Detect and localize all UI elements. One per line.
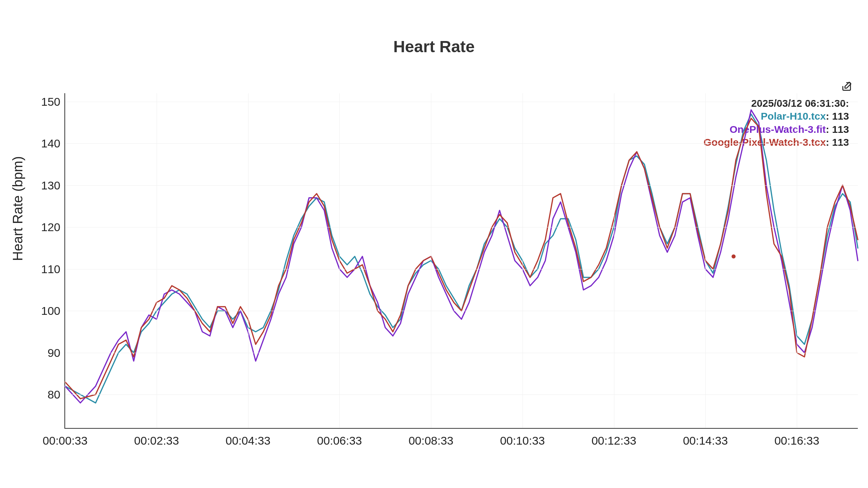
gridline-h [65, 311, 858, 311]
y-axis-label: Heart Rate (bpm) [10, 156, 25, 261]
y-tick-label: 150 [41, 95, 65, 108]
series-line [65, 110, 858, 403]
gridline-h [65, 143, 858, 144]
hover-marker [731, 254, 736, 259]
gridline-v [157, 93, 157, 428]
x-tick-label: 00:16:33 [774, 428, 819, 447]
x-tick-label: 00:00:33 [43, 428, 87, 447]
gridline-v [705, 93, 706, 428]
gridline-v [65, 93, 65, 428]
x-tick-label: 00:10:33 [500, 428, 545, 447]
gridline-v [431, 93, 431, 428]
y-tick-label: 80 [47, 388, 65, 401]
chart-title: Heart Rate [0, 37, 868, 56]
gridline-h [65, 394, 858, 395]
plot-area[interactable]: 809010011012013014015000:00:3300:02:3300… [64, 93, 858, 429]
gridline-h [65, 353, 858, 353]
x-tick-label: 00:14:33 [683, 428, 728, 447]
y-tick-label: 100 [41, 304, 65, 318]
gridline-v [614, 93, 614, 428]
gridline-v [339, 93, 340, 428]
x-tick-label: 00:08:33 [409, 428, 453, 447]
gridline-h [65, 227, 858, 227]
x-tick-label: 00:04:33 [225, 428, 270, 447]
gridline-h [65, 269, 858, 269]
y-tick-label: 140 [41, 137, 65, 150]
gridline-v [522, 93, 523, 428]
y-tick-label: 90 [47, 346, 65, 359]
gridline-h [65, 102, 858, 102]
y-tick-label: 130 [41, 179, 65, 192]
gridline-v [248, 93, 249, 428]
gridline-v [797, 93, 797, 428]
y-tick-label: 120 [41, 221, 65, 234]
x-tick-label: 00:12:33 [591, 428, 636, 447]
x-tick-label: 00:02:33 [134, 428, 179, 447]
edit-icon[interactable] [842, 81, 852, 92]
series-line [65, 118, 858, 399]
gridline-h [65, 185, 858, 186]
series-line [65, 114, 858, 403]
x-tick-label: 00:06:33 [317, 428, 362, 447]
chart-canvas: Heart Rate Heart Rate (bpm) 2025/03/12 0… [0, 0, 868, 488]
y-tick-label: 110 [41, 262, 65, 276]
